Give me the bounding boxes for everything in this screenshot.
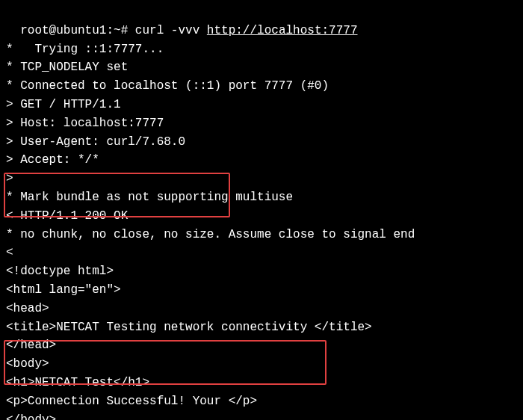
- terminal-line: </body>: [6, 411, 517, 420]
- terminal-line: > GET / HTTP/1.1: [6, 96, 517, 114]
- terminal-line: * no chunk, no close, no size. Assume cl…: [6, 226, 517, 244]
- terminal-line-command: root@ubuntu1:~# curl -vvv http://localho…: [6, 3, 517, 40]
- terminal-line: > User-Agent: curl/7.68.0: [6, 133, 517, 152]
- cmd-url: http://localhost:7777: [207, 24, 358, 37]
- terminal-line: <p>Connection Successful! Your </p>: [6, 392, 517, 411]
- terminal-line: > Host: localhost:7777: [6, 114, 517, 133]
- terminal-line: >: [6, 170, 517, 188]
- terminal-line: * Connected to localhost (::1) port 7777…: [6, 77, 517, 96]
- prompt: root@ubuntu1:~#: [20, 24, 128, 37]
- terminal-line: * Mark bundle as not supporting multiuse: [6, 188, 517, 207]
- terminal-line: * Trying ::1:7777...: [6, 40, 517, 59]
- terminal-line: > Accept: */*: [6, 151, 517, 170]
- terminal-line: <: [6, 244, 517, 262]
- terminal-line: <body>: [6, 355, 517, 374]
- terminal-line: <!doctype html>: [6, 262, 517, 281]
- terminal-line: * TCP_NODELAY set: [6, 58, 517, 77]
- terminal-line: <head>: [6, 300, 517, 318]
- cmd-part-a: curl -vvv: [128, 24, 207, 37]
- terminal-line: <title>NETCAT Testing network connectivi…: [6, 318, 517, 337]
- terminal-line: <html lang="en">: [6, 281, 517, 300]
- terminal-line: < HTTP/1.1 200 OK: [6, 207, 517, 226]
- terminal-line: <h1>NETCAT Test</h1>: [6, 374, 517, 392]
- terminal-line: </head>: [6, 336, 517, 355]
